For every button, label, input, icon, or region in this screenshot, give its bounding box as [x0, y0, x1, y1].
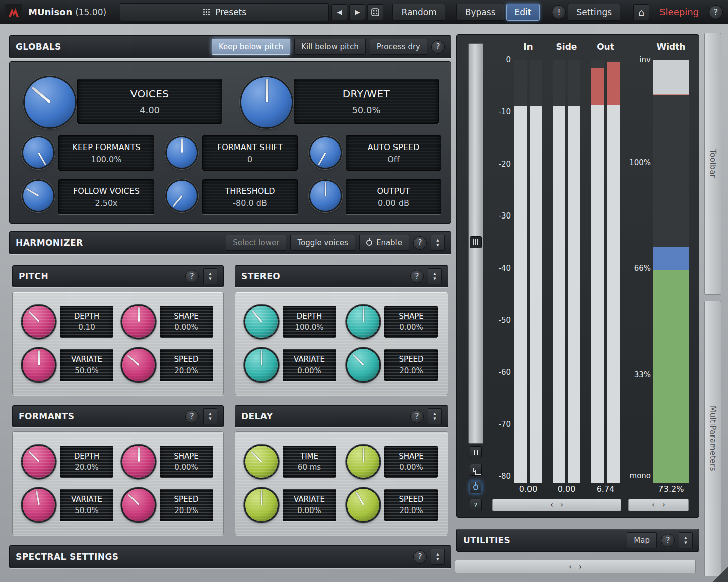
- stereo-speed-knob[interactable]: [347, 349, 379, 381]
- spectral-settings-title: SPECTRAL SETTINGS: [16, 552, 118, 562]
- drywet-knob[interactable]: [241, 77, 292, 127]
- delay-speed-display[interactable]: SPEED20.0%: [384, 489, 438, 521]
- auto-speed-display[interactable]: AUTO SPEEDOff: [346, 135, 441, 171]
- pitch-speed-knob[interactable]: [122, 349, 155, 381]
- dice-icon[interactable]: [367, 4, 383, 20]
- stereo-collapse-button[interactable]: ▲▼: [428, 268, 442, 284]
- globals-help-icon[interactable]: ?: [431, 40, 445, 54]
- next-preset-button[interactable]: ▶: [349, 4, 365, 20]
- width-zoom-scrollbar[interactable]: ‹›: [628, 499, 689, 511]
- warning-icon[interactable]: !: [552, 5, 566, 19]
- pitch-shape-display[interactable]: SHAPE0.00%: [160, 306, 213, 338]
- utilities-help-icon[interactable]: ?: [661, 534, 675, 547]
- bottom-scrollbar[interactable]: ‹›: [455, 560, 696, 573]
- formant-shift-knob[interactable]: [167, 137, 197, 168]
- random-button[interactable]: Random: [392, 4, 445, 21]
- formants-variate-knob[interactable]: [23, 489, 55, 521]
- threshold-knob[interactable]: [167, 181, 197, 211]
- meter-help-icon[interactable]: ?: [470, 499, 482, 511]
- multiparameters-strip[interactable]: MultiParameters: [704, 301, 721, 576]
- meter-zoom-scrollbar[interactable]: ‹›: [492, 499, 621, 511]
- side-readout: 0.00: [553, 484, 580, 494]
- pitch-depth-display[interactable]: DEPTH0.10: [60, 306, 113, 338]
- edit-button[interactable]: Edit: [506, 4, 540, 21]
- formants-shape-knob[interactable]: [122, 446, 155, 478]
- keep-below-pitch-button[interactable]: Keep below pitch: [212, 39, 290, 55]
- melda-logo-icon[interactable]: [5, 4, 22, 21]
- formants-depth-display[interactable]: DEPTH20.0%: [60, 446, 113, 478]
- output-display[interactable]: OUTPUT0.00 dB: [346, 179, 441, 214]
- delay-header: DELAY ? ▲▼: [235, 405, 448, 427]
- follow-voices-display[interactable]: FOLLOW VOICES2.50x: [58, 179, 154, 214]
- stereo-speed-display[interactable]: SPEED20.0%: [384, 349, 438, 381]
- pitch-speed-display[interactable]: SPEED20.0%: [160, 349, 213, 381]
- threshold-display[interactable]: THRESHOLD-80.0 dB: [202, 179, 298, 214]
- delay-time-display[interactable]: TIME60 ms: [283, 446, 336, 478]
- help-icon[interactable]: ?: [709, 5, 723, 19]
- delay-shape-display[interactable]: SHAPE0.00%: [384, 446, 438, 478]
- stereo-variate-display[interactable]: VARIATE0.00%: [283, 349, 336, 381]
- pitch-depth-knob[interactable]: [23, 306, 55, 338]
- stereo-shape-display[interactable]: SHAPE0.00%: [384, 306, 438, 338]
- delay-variate-knob[interactable]: [245, 489, 278, 521]
- delay-speed-knob[interactable]: [347, 489, 379, 521]
- output-knob[interactable]: [310, 181, 341, 211]
- follow-voices-knob[interactable]: [23, 181, 53, 211]
- globals-header: GLOBALS Keep below pitch Kill below pitc…: [9, 35, 451, 58]
- stereo-depth-knob[interactable]: [245, 306, 278, 338]
- toolbar-strip[interactable]: Toolbar: [704, 33, 721, 295]
- process-dry-button[interactable]: Process dry: [370, 39, 427, 55]
- meter-columns-icon[interactable]: [470, 236, 482, 248]
- stereo-shape-knob[interactable]: [347, 306, 379, 338]
- delay-time-knob[interactable]: [245, 446, 278, 478]
- pitch-variate-display[interactable]: VARIATE50.0%: [60, 349, 113, 381]
- stereo-variate-knob[interactable]: [245, 349, 278, 381]
- delay-shape-knob[interactable]: [347, 446, 379, 478]
- harmonizer-collapse-button[interactable]: ▲▼: [431, 235, 445, 251]
- formants-speed-knob[interactable]: [122, 489, 155, 521]
- settings-button[interactable]: Settings: [568, 4, 620, 21]
- pitch-variate-knob[interactable]: [23, 349, 55, 381]
- select-lower-button[interactable]: Select lower: [226, 235, 286, 251]
- pause-button[interactable]: [470, 446, 482, 458]
- scroll-right-icon: ›: [662, 500, 665, 510]
- formants-depth-knob[interactable]: [23, 446, 55, 478]
- delay-collapse-button[interactable]: ▲▼: [428, 408, 442, 424]
- formants-shape-display[interactable]: SHAPE0.00%: [160, 446, 213, 478]
- sleeping-status[interactable]: Sleeping: [659, 7, 699, 17]
- toggle-voices-button[interactable]: Toggle voices: [290, 235, 355, 251]
- delay-help-icon[interactable]: ?: [410, 410, 424, 423]
- home-icon[interactable]: ⌂: [633, 4, 649, 20]
- formant-shift-display[interactable]: FORMANT SHIFT0: [202, 135, 298, 171]
- keep-formants-knob[interactable]: [23, 137, 53, 168]
- formants-help-icon[interactable]: ?: [185, 410, 199, 423]
- formants-collapse-button[interactable]: ▲▼: [203, 408, 217, 424]
- bypass-button[interactable]: Bypass: [456, 4, 504, 21]
- map-button[interactable]: Map: [627, 532, 657, 548]
- popout-icon[interactable]: [470, 464, 482, 476]
- resize-grip[interactable]: [713, 567, 728, 582]
- meter-power-button[interactable]: [470, 481, 482, 493]
- pitch-help-icon[interactable]: ?: [185, 270, 199, 283]
- spectral-collapse-button[interactable]: ▲▼: [431, 549, 445, 565]
- utilities-collapse-button[interactable]: ▲▼: [679, 532, 693, 548]
- auto-speed-knob[interactable]: [310, 137, 341, 168]
- stereo-depth-display[interactable]: DEPTH100.0%: [283, 306, 336, 338]
- formants-speed-display[interactable]: SPEED20.0%: [160, 489, 213, 521]
- voices-display[interactable]: VOICES4.00: [77, 79, 222, 124]
- formants-variate-display[interactable]: VARIATE50.0%: [60, 489, 113, 521]
- harmonizer-help-icon[interactable]: ?: [413, 236, 427, 250]
- spectral-help-icon[interactable]: ?: [413, 550, 427, 564]
- delay-variate-display[interactable]: VARIATE0.00%: [283, 489, 336, 521]
- stereo-help-icon[interactable]: ?: [410, 270, 424, 283]
- pitch-shape-knob[interactable]: [122, 306, 155, 338]
- drywet-display[interactable]: DRY/WET50.0%: [294, 79, 439, 124]
- kill-below-pitch-button[interactable]: Kill below pitch: [294, 39, 366, 55]
- previous-preset-button[interactable]: ◀: [331, 4, 347, 20]
- harmonizer-enable-button[interactable]: Enable: [359, 235, 409, 251]
- voices-knob[interactable]: [25, 77, 75, 127]
- pitch-collapse-button[interactable]: ▲▼: [203, 268, 217, 284]
- keep-formants-display[interactable]: KEEP FORMANTS100.0%: [58, 135, 154, 171]
- presets-button[interactable]: Presets: [120, 3, 329, 21]
- pitch-panel: DEPTH0.10 SHAPE0.00% VARIATE50.0% SPEED2…: [12, 292, 224, 395]
